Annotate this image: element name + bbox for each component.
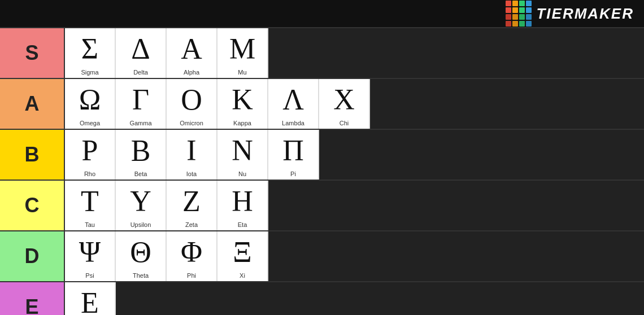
tier-label-A: A: [0, 79, 65, 129]
symbol-delta: Δ: [131, 30, 150, 68]
tier-item-phi[interactable]: ΦPhi: [167, 231, 217, 281]
tier-item-alpha[interactable]: ΑAlpha: [167, 28, 217, 78]
symbol-pi: Π: [282, 132, 304, 169]
symbol-rho: Ρ: [82, 132, 98, 169]
label-beta: Beta: [134, 170, 147, 178]
symbol-epsilon: Ε: [81, 285, 99, 315]
tier-row-B: BΡRhoΒBetaΙIotaΝNuΠPi: [0, 130, 644, 181]
symbol-psi: Ψ: [79, 234, 101, 271]
tier-item-gamma[interactable]: ΓGamma: [116, 79, 167, 129]
tier-empty-space: [116, 282, 644, 315]
symbol-theta: Θ: [130, 234, 151, 271]
symbol-gamma: Γ: [132, 81, 149, 119]
tier-label-S: S: [0, 28, 65, 78]
label-mu: Mu: [238, 69, 246, 77]
header: TiERMAKER: [0, 0, 644, 27]
label-kappa: Kappa: [233, 120, 251, 128]
symbol-iota: Ι: [186, 132, 196, 169]
label-gamma: Gamma: [129, 120, 151, 128]
label-theta: Theta: [133, 272, 149, 280]
tier-item-xi[interactable]: ΞXi: [217, 231, 268, 281]
label-psi: Psi: [85, 272, 94, 280]
tier-item-eta[interactable]: ΗEta: [217, 181, 268, 230]
tier-items-E: ΕEpsilon: [65, 282, 644, 315]
tier-label-B: B: [0, 130, 65, 180]
label-sigma: Sigma: [81, 69, 98, 77]
tier-row-D: DΨPsiΘThetaΦPhiΞXi: [0, 231, 644, 282]
tier-item-psi[interactable]: ΨPsi: [65, 231, 116, 281]
tier-table: SΣSigmaΔDeltaΑAlphaΜMuAΩOmegaΓGammaΟOmic…: [0, 27, 644, 315]
label-zeta: Zeta: [185, 221, 198, 229]
label-chi: Chi: [340, 120, 349, 128]
tier-empty-space: [370, 79, 644, 129]
label-tau: Tau: [85, 221, 95, 229]
tier-item-tau[interactable]: ΤTau: [65, 181, 116, 230]
symbol-omega: Ω: [79, 81, 101, 119]
label-delta: Delta: [133, 69, 148, 77]
symbol-beta: Β: [131, 132, 151, 169]
tier-item-zeta[interactable]: ΖZeta: [167, 181, 217, 230]
tier-item-rho[interactable]: ΡRho: [65, 130, 116, 180]
tier-item-pi[interactable]: ΠPi: [268, 130, 319, 180]
symbol-alpha: Α: [181, 30, 202, 68]
tier-empty-space: [268, 231, 644, 281]
tier-row-S: SΣSigmaΔDeltaΑAlphaΜMu: [0, 28, 644, 79]
tier-empty-space: [268, 28, 644, 78]
tier-label-C: C: [0, 181, 65, 230]
tier-items-B: ΡRhoΒBetaΙIotaΝNuΠPi: [65, 130, 644, 180]
tier-label-D: D: [0, 231, 65, 281]
label-phi: Phi: [187, 272, 196, 280]
tier-item-kappa[interactable]: ΚKappa: [217, 79, 268, 129]
tier-row-E: EΕEpsilon: [0, 282, 644, 315]
tier-item-sigma[interactable]: ΣSigma: [65, 28, 116, 78]
logo-grid: [506, 1, 532, 27]
logo-area: TiERMAKER: [506, 1, 634, 27]
symbol-zeta: Ζ: [182, 183, 201, 220]
symbol-lambda: Λ: [282, 81, 304, 119]
tier-item-upsilon[interactable]: ΥUpsilon: [116, 181, 167, 230]
label-eta: Eta: [238, 221, 247, 229]
symbol-chi: Χ: [333, 81, 355, 119]
tier-item-beta[interactable]: ΒBeta: [116, 130, 167, 180]
tier-items-S: ΣSigmaΔDeltaΑAlphaΜMu: [65, 28, 644, 78]
label-alpha: Alpha: [184, 69, 199, 77]
tier-items-C: ΤTauΥUpsilonΖZetaΗEta: [65, 181, 644, 230]
label-xi: Xi: [240, 272, 245, 280]
tier-row-C: CΤTauΥUpsilonΖZetaΗEta: [0, 181, 644, 231]
tier-item-mu[interactable]: ΜMu: [217, 28, 268, 78]
tier-item-nu[interactable]: ΝNu: [217, 130, 268, 180]
logo-title: TiERMAKER: [536, 5, 634, 23]
label-nu: Nu: [238, 170, 246, 178]
tier-empty-space: [268, 181, 644, 230]
tier-item-theta[interactable]: ΘTheta: [116, 231, 167, 281]
tier-empty-space: [319, 130, 644, 180]
label-omicron: Omicron: [180, 120, 203, 128]
tier-items-D: ΨPsiΘThetaΦPhiΞXi: [65, 231, 644, 281]
symbol-xi: Ξ: [233, 234, 251, 271]
tier-item-iota[interactable]: ΙIota: [167, 130, 217, 180]
symbol-tau: Τ: [81, 183, 99, 220]
page-wrapper: TiERMAKER SΣSigmaΔDeltaΑAlphaΜMuAΩOmegaΓ…: [0, 0, 644, 315]
label-rho: Rho: [84, 170, 95, 178]
symbol-nu: Ν: [232, 132, 253, 169]
tier-item-omega[interactable]: ΩOmega: [65, 79, 116, 129]
tier-item-omicron[interactable]: ΟOmicron: [167, 79, 217, 129]
symbol-kappa: Κ: [232, 81, 253, 119]
tier-item-delta[interactable]: ΔDelta: [116, 28, 167, 78]
tier-item-lambda[interactable]: ΛLambda: [268, 79, 319, 129]
tier-row-A: AΩOmegaΓGammaΟOmicronΚKappaΛLambdaΧChi: [0, 79, 644, 130]
label-upsilon: Upsilon: [130, 221, 151, 229]
tier-item-chi[interactable]: ΧChi: [319, 79, 370, 129]
symbol-upsilon: Υ: [130, 183, 151, 220]
symbol-omicron: Ο: [181, 81, 202, 119]
label-omega: Omega: [80, 120, 100, 128]
symbol-mu: Μ: [229, 30, 255, 68]
tier-item-epsilon[interactable]: ΕEpsilon: [65, 282, 116, 315]
tier-items-A: ΩOmegaΓGammaΟOmicronΚKappaΛLambdaΧChi: [65, 79, 644, 129]
symbol-phi: Φ: [181, 234, 202, 271]
symbol-sigma: Σ: [81, 30, 98, 68]
label-lambda: Lambda: [282, 120, 304, 128]
symbol-eta: Η: [232, 183, 253, 220]
label-pi: Pi: [290, 170, 296, 178]
tier-label-E: E: [0, 282, 65, 315]
